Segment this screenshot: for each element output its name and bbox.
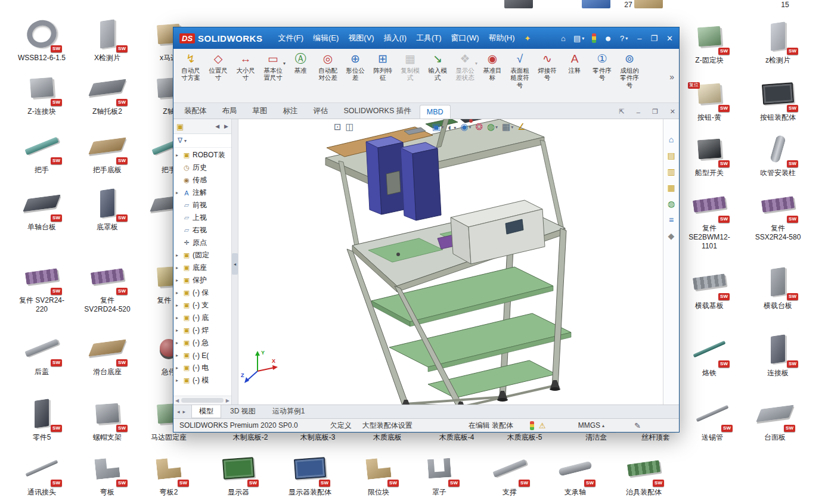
feature-tree-item[interactable]: ▸ ▣ (-) 支 — [173, 299, 231, 312]
measure-icon[interactable]: ∠ ▾ — [517, 122, 525, 132]
toolbar-button[interactable]: ↘ 输入模 式 ▾ — [424, 51, 451, 90]
feature-tree-item[interactable]: ▸ ✛ 原点 — [173, 237, 231, 249]
desktop-icon[interactable]: SW — [616, 0, 681, 20]
apply-scene-icon[interactable]: ◍ ▾ — [487, 122, 498, 132]
document-tab[interactable]: 模型 — [191, 405, 221, 418]
zoom-area-icon[interactable]: ◫ ▾ — [346, 122, 354, 132]
desktop-icon[interactable]: SW 台面板 — [742, 395, 808, 442]
toolbar-button[interactable]: ◎ 自动配 对公差 ▾ — [314, 51, 342, 90]
scroll-left-icon[interactable]: ◀ — [215, 123, 219, 129]
desktop-icon[interactable]: SW 通讯接头 — [9, 450, 75, 497]
graphics-viewport[interactable]: ⊡ ▾ ◫ ▾ ▣ ▾ — [238, 119, 663, 405]
hide-show-items-icon[interactable]: ◉ ▾ — [460, 122, 471, 132]
assembly-document-icon[interactable]: ▣ — [176, 122, 184, 131]
menu-item[interactable]: 工具(T) — [416, 33, 442, 43]
desktop-icon[interactable]: SW 烙铁 — [677, 331, 742, 378]
menubar-pin-icon[interactable]: ✦ — [525, 34, 531, 43]
ribbon-tab[interactable]: 草图 — [246, 103, 275, 119]
expand-arrow-icon[interactable]: ▸ — [176, 153, 181, 158]
ribbon-tab[interactable]: MBD — [420, 105, 451, 119]
custom-properties-icon[interactable]: ≡ — [669, 215, 674, 225]
user-account-icon[interactable]: ☻ ▾ — [604, 34, 612, 43]
desktop-icon[interactable]: SW 治具装配体 — [611, 450, 677, 497]
design-library-icon[interactable]: ▥ — [667, 167, 675, 176]
expand-arrow-icon[interactable]: ▸ — [176, 378, 181, 383]
feature-tree-item[interactable]: ▸ ▣ (-) 模 — [173, 374, 231, 387]
solidworks-resources-icon[interactable]: ▤ — [667, 151, 675, 160]
toolbar-button[interactable]: ↯ 自动尺 寸方案 ▾ — [177, 51, 204, 90]
home-icon[interactable]: ⌂ — [669, 135, 674, 144]
expand-arrow-icon[interactable]: ▸ — [176, 290, 181, 295]
toolbar-button[interactable]: ◇ 位置尺 寸 ▾ — [204, 51, 232, 90]
document-minimize-icon[interactable]: – — [637, 108, 640, 116]
expand-arrow-icon[interactable]: ▸ — [176, 278, 181, 283]
desktop-icon[interactable]: SW 弯板 — [75, 450, 140, 497]
desktop-icon[interactable]: SW 复件 SE2BWM12-1101 — [677, 186, 742, 251]
window-titlebar[interactable]: DS SOLIDWORKS 文件(F) 编辑(E) 视图(V) 插入(I) 工具… — [173, 27, 679, 49]
desktop-icon[interactable]: SW Z轴托板2 — [75, 69, 140, 116]
desktop-icon[interactable]: SW 底罩板 — [75, 185, 140, 232]
desktop-icon[interactable]: SW z检测片 — [745, 18, 811, 65]
edit-status-icon[interactable]: ✎ — [634, 421, 641, 430]
view-settings-icon[interactable]: ▦ ▾ — [502, 122, 513, 132]
desktop-icon[interactable]: SW 把手 — [9, 127, 75, 175]
feature-tree-item[interactable]: ▸ ▣ (-) 电 — [173, 362, 231, 374]
desktop-icon[interactable]: SW 船型开关 — [677, 130, 742, 178]
desktop-icon[interactable]: SW 复件 SV2RD24-520 — [75, 258, 140, 314]
toolbar-button[interactable]: ∿ 焊接符 号 ▾ — [534, 51, 561, 90]
document-tab[interactable]: 3D 视图 — [222, 405, 263, 418]
expand-arrow-icon[interactable]: ▸ — [176, 365, 181, 371]
feature-tree-item[interactable]: ▸ ▱ 右视 — [173, 224, 231, 237]
scroll-left-icon[interactable]: ◀ — [175, 398, 179, 403]
assembly-model-3d-view[interactable] — [249, 119, 660, 405]
menu-item[interactable]: 文件(F) — [278, 33, 303, 43]
desktop-icon[interactable]: SW 弯板2 — [136, 450, 201, 497]
desktop-icon[interactable]: SW 零件5 — [9, 395, 75, 442]
expand-arrow-icon[interactable]: ▸ — [176, 265, 181, 270]
expand-arrow-icon[interactable]: ▸ — [176, 328, 181, 333]
scroll-right-icon[interactable]: ▶ — [224, 123, 228, 129]
feature-tree-item[interactable]: ▸ ▱ 前视 — [173, 199, 231, 211]
desktop-icon[interactable]: SW 限位块 — [346, 450, 411, 497]
file-explorer-icon[interactable]: ▦ — [667, 183, 675, 192]
feature-tree-item[interactable]: ▸ ▣ 保护 — [173, 274, 231, 287]
desktop-icon[interactable]: SW X检测片 — [75, 15, 140, 63]
desktop-icon[interactable]: SW 支承轴 — [542, 450, 608, 497]
desktop-icon[interactable]: SW 送锡管 — [680, 395, 745, 442]
desktop-icon[interactable]: SW 螺帽支架 — [75, 395, 140, 442]
view-orientation-icon[interactable]: ▣ ▾ — [432, 122, 443, 132]
toolbar-overflow-button[interactable]: » — [667, 72, 677, 82]
feature-tree-item[interactable]: ▸ ▣ (-) 保 — [173, 287, 231, 299]
collapse-panel-icon[interactable]: ◂ — [232, 253, 238, 275]
desktop-icon[interactable]: SW 复件 SV2R24-220 — [9, 258, 75, 314]
document-close-icon[interactable]: ✕ — [670, 108, 675, 116]
display-style-icon[interactable]: ◐ ▾ — [448, 122, 456, 132]
toolbar-button[interactable]: ❖ 显示公 差状态 ▾ — [451, 51, 479, 90]
appearances-scenes-icon[interactable]: ◍ — [668, 199, 675, 209]
expand-arrow-icon[interactable]: ▸ — [176, 190, 181, 195]
document-tab[interactable]: 运动算例1 — [265, 405, 313, 418]
desktop-icon[interactable]: SW 罩子 — [407, 450, 472, 497]
ribbon-tab[interactable]: 布局 — [215, 103, 244, 119]
desktop-icon[interactable]: SW 后盖 — [9, 329, 75, 377]
desktop-icon[interactable]: SW 把手底板 — [75, 127, 140, 175]
toolbar-button[interactable]: ▦ 复制模 式 ▾ — [396, 51, 424, 90]
performance-indicator-icon[interactable]: ▾ — [592, 33, 596, 43]
edit-appearance-icon[interactable]: ❂ ▾ — [475, 122, 483, 132]
toolbar-button[interactable]: ⊕ 形位公 差 ▾ — [342, 51, 369, 90]
menu-item[interactable]: 窗口(W) — [451, 33, 479, 43]
menu-item[interactable]: 帮助(H) — [489, 33, 515, 43]
document-restore-icon[interactable]: ❐ — [652, 108, 658, 116]
menu-item[interactable]: 视图(V) — [348, 33, 374, 43]
feature-tree-item[interactable]: ▸ ▱ 上视 — [173, 211, 231, 224]
scroll-right-icon[interactable]: ▶ — [226, 398, 229, 403]
desktop-icon[interactable]: 复位 SW 按钮-黄 — [677, 75, 742, 122]
large-assembly-settings-label[interactable]: 大型装配体设置 — [362, 421, 412, 431]
tree-horizontal-scrollbar[interactable]: ◀ ▶ — [173, 396, 231, 405]
solidworks-forum-icon[interactable]: ◆ — [668, 231, 675, 241]
toolbar-button[interactable]: ◉ 基准目 标 ▾ — [479, 51, 506, 90]
feature-tree-item[interactable]: ▸ ▣ (-) 焊 — [173, 324, 231, 337]
feature-tree-item[interactable]: ▸ ▣ (-) 急 — [173, 337, 231, 349]
desktop-icon[interactable]: SW Z-固定块 — [677, 18, 742, 65]
desktop-icon[interactable]: SW 支撑 — [477, 450, 542, 497]
